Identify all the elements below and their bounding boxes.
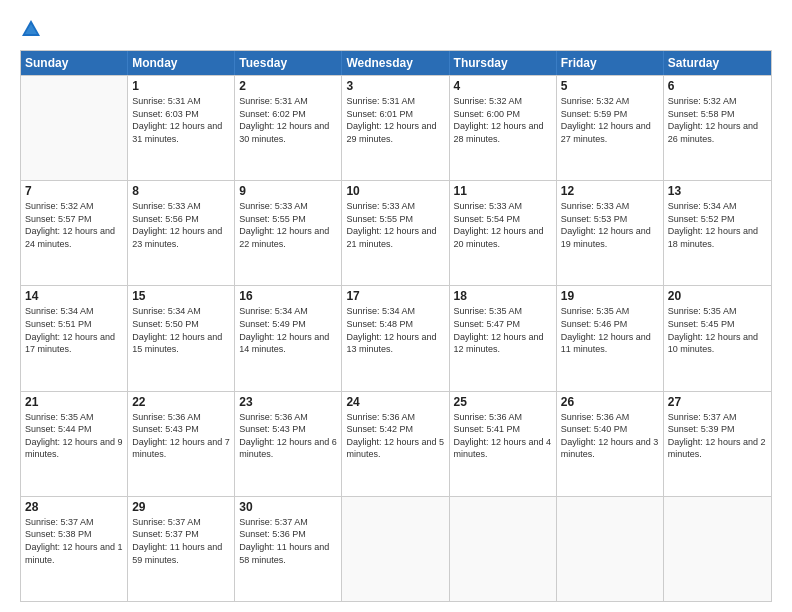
day-info: Sunrise: 5:36 AMSunset: 5:42 PMDaylight:… <box>346 411 444 461</box>
day-number: 15 <box>132 289 230 303</box>
day-info: Sunrise: 5:34 AMSunset: 5:50 PMDaylight:… <box>132 305 230 355</box>
calendar-body: 1Sunrise: 5:31 AMSunset: 6:03 PMDaylight… <box>21 75 771 601</box>
calendar-cell: 10Sunrise: 5:33 AMSunset: 5:55 PMDayligh… <box>342 181 449 285</box>
day-number: 25 <box>454 395 552 409</box>
day-number: 9 <box>239 184 337 198</box>
day-number: 11 <box>454 184 552 198</box>
day-info: Sunrise: 5:33 AMSunset: 5:56 PMDaylight:… <box>132 200 230 250</box>
header-day: Monday <box>128 51 235 75</box>
day-info: Sunrise: 5:37 AMSunset: 5:39 PMDaylight:… <box>668 411 767 461</box>
header-day: Saturday <box>664 51 771 75</box>
day-info: Sunrise: 5:32 AMSunset: 6:00 PMDaylight:… <box>454 95 552 145</box>
day-info: Sunrise: 5:37 AMSunset: 5:37 PMDaylight:… <box>132 516 230 566</box>
calendar-cell <box>342 497 449 601</box>
calendar: SundayMondayTuesdayWednesdayThursdayFrid… <box>20 50 772 602</box>
day-number: 27 <box>668 395 767 409</box>
calendar-header: SundayMondayTuesdayWednesdayThursdayFrid… <box>21 51 771 75</box>
header-day: Thursday <box>450 51 557 75</box>
day-number: 24 <box>346 395 444 409</box>
day-info: Sunrise: 5:33 AMSunset: 5:54 PMDaylight:… <box>454 200 552 250</box>
calendar-cell: 17Sunrise: 5:34 AMSunset: 5:48 PMDayligh… <box>342 286 449 390</box>
day-info: Sunrise: 5:32 AMSunset: 5:57 PMDaylight:… <box>25 200 123 250</box>
day-info: Sunrise: 5:36 AMSunset: 5:40 PMDaylight:… <box>561 411 659 461</box>
day-number: 4 <box>454 79 552 93</box>
day-number: 29 <box>132 500 230 514</box>
day-number: 19 <box>561 289 659 303</box>
calendar-cell: 23Sunrise: 5:36 AMSunset: 5:43 PMDayligh… <box>235 392 342 496</box>
day-number: 13 <box>668 184 767 198</box>
day-number: 21 <box>25 395 123 409</box>
day-info: Sunrise: 5:33 AMSunset: 5:55 PMDaylight:… <box>346 200 444 250</box>
day-number: 26 <box>561 395 659 409</box>
day-info: Sunrise: 5:37 AMSunset: 5:36 PMDaylight:… <box>239 516 337 566</box>
calendar-cell: 6Sunrise: 5:32 AMSunset: 5:58 PMDaylight… <box>664 76 771 180</box>
calendar-cell: 2Sunrise: 5:31 AMSunset: 6:02 PMDaylight… <box>235 76 342 180</box>
day-number: 20 <box>668 289 767 303</box>
header <box>20 18 772 40</box>
day-info: Sunrise: 5:31 AMSunset: 6:03 PMDaylight:… <box>132 95 230 145</box>
calendar-row: 28Sunrise: 5:37 AMSunset: 5:38 PMDayligh… <box>21 496 771 601</box>
calendar-row: 21Sunrise: 5:35 AMSunset: 5:44 PMDayligh… <box>21 391 771 496</box>
header-day: Sunday <box>21 51 128 75</box>
day-info: Sunrise: 5:36 AMSunset: 5:41 PMDaylight:… <box>454 411 552 461</box>
day-number: 3 <box>346 79 444 93</box>
calendar-cell: 1Sunrise: 5:31 AMSunset: 6:03 PMDaylight… <box>128 76 235 180</box>
calendar-cell: 9Sunrise: 5:33 AMSunset: 5:55 PMDaylight… <box>235 181 342 285</box>
calendar-cell <box>664 497 771 601</box>
calendar-cell: 26Sunrise: 5:36 AMSunset: 5:40 PMDayligh… <box>557 392 664 496</box>
calendar-cell <box>557 497 664 601</box>
calendar-cell: 24Sunrise: 5:36 AMSunset: 5:42 PMDayligh… <box>342 392 449 496</box>
day-number: 17 <box>346 289 444 303</box>
calendar-cell <box>450 497 557 601</box>
day-info: Sunrise: 5:34 AMSunset: 5:49 PMDaylight:… <box>239 305 337 355</box>
day-number: 14 <box>25 289 123 303</box>
day-info: Sunrise: 5:34 AMSunset: 5:48 PMDaylight:… <box>346 305 444 355</box>
calendar-cell <box>21 76 128 180</box>
day-number: 7 <box>25 184 123 198</box>
day-info: Sunrise: 5:36 AMSunset: 5:43 PMDaylight:… <box>132 411 230 461</box>
calendar-cell: 22Sunrise: 5:36 AMSunset: 5:43 PMDayligh… <box>128 392 235 496</box>
header-day: Tuesday <box>235 51 342 75</box>
day-info: Sunrise: 5:35 AMSunset: 5:45 PMDaylight:… <box>668 305 767 355</box>
calendar-cell: 29Sunrise: 5:37 AMSunset: 5:37 PMDayligh… <box>128 497 235 601</box>
calendar-cell: 4Sunrise: 5:32 AMSunset: 6:00 PMDaylight… <box>450 76 557 180</box>
header-day: Friday <box>557 51 664 75</box>
day-number: 23 <box>239 395 337 409</box>
day-info: Sunrise: 5:37 AMSunset: 5:38 PMDaylight:… <box>25 516 123 566</box>
day-info: Sunrise: 5:32 AMSunset: 5:58 PMDaylight:… <box>668 95 767 145</box>
day-info: Sunrise: 5:32 AMSunset: 5:59 PMDaylight:… <box>561 95 659 145</box>
calendar-cell: 27Sunrise: 5:37 AMSunset: 5:39 PMDayligh… <box>664 392 771 496</box>
day-number: 5 <box>561 79 659 93</box>
day-number: 6 <box>668 79 767 93</box>
day-info: Sunrise: 5:35 AMSunset: 5:46 PMDaylight:… <box>561 305 659 355</box>
calendar-cell: 28Sunrise: 5:37 AMSunset: 5:38 PMDayligh… <box>21 497 128 601</box>
logo-icon <box>20 18 42 40</box>
calendar-cell: 3Sunrise: 5:31 AMSunset: 6:01 PMDaylight… <box>342 76 449 180</box>
calendar-cell: 8Sunrise: 5:33 AMSunset: 5:56 PMDaylight… <box>128 181 235 285</box>
calendar-cell: 20Sunrise: 5:35 AMSunset: 5:45 PMDayligh… <box>664 286 771 390</box>
calendar-cell: 30Sunrise: 5:37 AMSunset: 5:36 PMDayligh… <box>235 497 342 601</box>
calendar-row: 7Sunrise: 5:32 AMSunset: 5:57 PMDaylight… <box>21 180 771 285</box>
page: SundayMondayTuesdayWednesdayThursdayFrid… <box>0 0 792 612</box>
calendar-cell: 25Sunrise: 5:36 AMSunset: 5:41 PMDayligh… <box>450 392 557 496</box>
day-number: 18 <box>454 289 552 303</box>
day-info: Sunrise: 5:33 AMSunset: 5:55 PMDaylight:… <box>239 200 337 250</box>
calendar-cell: 14Sunrise: 5:34 AMSunset: 5:51 PMDayligh… <box>21 286 128 390</box>
day-info: Sunrise: 5:36 AMSunset: 5:43 PMDaylight:… <box>239 411 337 461</box>
day-number: 30 <box>239 500 337 514</box>
day-number: 1 <box>132 79 230 93</box>
calendar-row: 14Sunrise: 5:34 AMSunset: 5:51 PMDayligh… <box>21 285 771 390</box>
calendar-cell: 19Sunrise: 5:35 AMSunset: 5:46 PMDayligh… <box>557 286 664 390</box>
day-number: 2 <box>239 79 337 93</box>
day-info: Sunrise: 5:31 AMSunset: 6:02 PMDaylight:… <box>239 95 337 145</box>
calendar-cell: 11Sunrise: 5:33 AMSunset: 5:54 PMDayligh… <box>450 181 557 285</box>
calendar-cell: 16Sunrise: 5:34 AMSunset: 5:49 PMDayligh… <box>235 286 342 390</box>
calendar-cell: 7Sunrise: 5:32 AMSunset: 5:57 PMDaylight… <box>21 181 128 285</box>
day-number: 8 <box>132 184 230 198</box>
day-number: 22 <box>132 395 230 409</box>
day-info: Sunrise: 5:33 AMSunset: 5:53 PMDaylight:… <box>561 200 659 250</box>
calendar-cell: 15Sunrise: 5:34 AMSunset: 5:50 PMDayligh… <box>128 286 235 390</box>
calendar-cell: 12Sunrise: 5:33 AMSunset: 5:53 PMDayligh… <box>557 181 664 285</box>
calendar-cell: 18Sunrise: 5:35 AMSunset: 5:47 PMDayligh… <box>450 286 557 390</box>
day-number: 28 <box>25 500 123 514</box>
